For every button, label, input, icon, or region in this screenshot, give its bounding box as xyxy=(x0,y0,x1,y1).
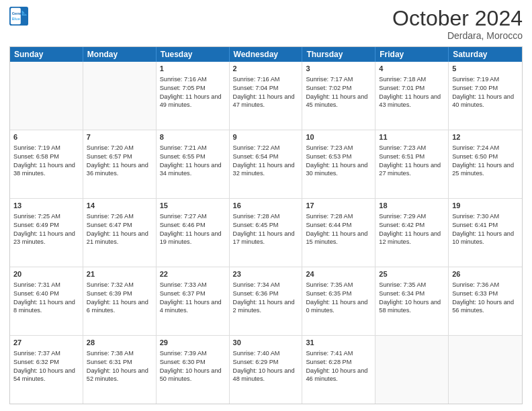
header-day-thursday: Thursday xyxy=(302,47,375,62)
month-title: October 2024 xyxy=(392,7,523,30)
logo-icon: General Blue xyxy=(9,7,28,26)
header-day-sunday: Sunday xyxy=(10,47,83,62)
location: Derdara, Morocco xyxy=(392,30,523,41)
calendar-cell: 26Sunrise: 7:36 AM Sunset: 6:33 PM Dayli… xyxy=(449,267,522,335)
cell-info: Sunrise: 7:19 AM Sunset: 6:58 PM Dayligh… xyxy=(13,144,75,177)
cell-info: Sunrise: 7:35 AM Sunset: 6:35 PM Dayligh… xyxy=(306,281,367,314)
day-number: 29 xyxy=(160,338,226,348)
day-number: 11 xyxy=(379,132,445,142)
calendar-cell: 24Sunrise: 7:35 AM Sunset: 6:35 PM Dayli… xyxy=(302,267,375,335)
day-number: 15 xyxy=(160,201,226,211)
cell-info: Sunrise: 7:24 AM Sunset: 6:50 PM Dayligh… xyxy=(452,144,514,177)
calendar-cell xyxy=(83,62,157,130)
calendar-cell: 10Sunrise: 7:23 AM Sunset: 6:53 PM Dayli… xyxy=(302,130,375,198)
svg-text:General: General xyxy=(12,11,26,15)
calendar-cell: 19Sunrise: 7:30 AM Sunset: 6:41 PM Dayli… xyxy=(449,199,522,267)
day-number: 24 xyxy=(306,269,371,279)
cell-info: Sunrise: 7:16 AM Sunset: 7:05 PM Dayligh… xyxy=(160,76,222,108)
calendar-cell xyxy=(10,62,83,130)
day-number: 17 xyxy=(306,201,371,211)
calendar-cell: 1Sunrise: 7:16 AM Sunset: 7:05 PM Daylig… xyxy=(157,62,230,130)
day-number: 7 xyxy=(87,132,152,142)
cell-info: Sunrise: 7:17 AM Sunset: 7:02 PM Dayligh… xyxy=(306,76,367,108)
day-number: 12 xyxy=(452,132,519,142)
calendar-cell: 31Sunrise: 7:41 AM Sunset: 6:28 PM Dayli… xyxy=(302,336,375,404)
calendar-cell: 22Sunrise: 7:33 AM Sunset: 6:37 PM Dayli… xyxy=(157,267,230,335)
calendar-cell xyxy=(375,336,449,404)
cell-info: Sunrise: 7:34 AM Sunset: 6:36 PM Dayligh… xyxy=(233,281,295,314)
cell-info: Sunrise: 7:26 AM Sunset: 6:47 PM Dayligh… xyxy=(87,213,148,245)
calendar-cell xyxy=(449,336,522,404)
calendar-cell: 23Sunrise: 7:34 AM Sunset: 6:36 PM Dayli… xyxy=(230,267,303,335)
day-number: 25 xyxy=(379,269,445,279)
calendar-cell: 17Sunrise: 7:28 AM Sunset: 6:44 PM Dayli… xyxy=(302,199,375,267)
day-number: 26 xyxy=(452,269,519,279)
day-number: 8 xyxy=(160,132,226,142)
day-number: 31 xyxy=(306,338,371,348)
cell-info: Sunrise: 7:29 AM Sunset: 6:42 PM Dayligh… xyxy=(379,213,441,245)
cell-info: Sunrise: 7:39 AM Sunset: 6:30 PM Dayligh… xyxy=(160,350,222,382)
day-number: 28 xyxy=(87,338,152,348)
cell-info: Sunrise: 7:37 AM Sunset: 6:32 PM Dayligh… xyxy=(13,350,75,382)
cell-info: Sunrise: 7:38 AM Sunset: 6:31 PM Dayligh… xyxy=(87,350,148,382)
day-number: 23 xyxy=(233,269,299,279)
day-number: 1 xyxy=(160,64,226,74)
cell-info: Sunrise: 7:19 AM Sunset: 7:00 PM Dayligh… xyxy=(452,76,514,108)
day-number: 10 xyxy=(306,132,371,142)
day-number: 9 xyxy=(233,132,299,142)
calendar-cell: 18Sunrise: 7:29 AM Sunset: 6:42 PM Dayli… xyxy=(375,199,449,267)
day-number: 3 xyxy=(306,64,371,74)
day-number: 27 xyxy=(13,338,79,348)
cell-info: Sunrise: 7:20 AM Sunset: 6:57 PM Dayligh… xyxy=(87,144,148,177)
day-number: 22 xyxy=(160,269,226,279)
cell-info: Sunrise: 7:30 AM Sunset: 6:41 PM Dayligh… xyxy=(452,213,514,245)
day-number: 21 xyxy=(87,269,152,279)
cell-info: Sunrise: 7:41 AM Sunset: 6:28 PM Dayligh… xyxy=(306,350,367,382)
header-day-tuesday: Tuesday xyxy=(157,47,230,62)
calendar-cell: 12Sunrise: 7:24 AM Sunset: 6:50 PM Dayli… xyxy=(449,130,522,198)
cell-info: Sunrise: 7:27 AM Sunset: 6:46 PM Dayligh… xyxy=(160,213,222,245)
calendar-cell: 25Sunrise: 7:35 AM Sunset: 6:34 PM Dayli… xyxy=(375,267,449,335)
day-number: 30 xyxy=(233,338,299,348)
calendar-cell: 2Sunrise: 7:16 AM Sunset: 7:04 PM Daylig… xyxy=(230,62,303,130)
page: General Blue October 2024 Derdara, Moroc… xyxy=(0,0,532,411)
cell-info: Sunrise: 7:25 AM Sunset: 6:49 PM Dayligh… xyxy=(13,213,75,245)
day-number: 6 xyxy=(13,132,79,142)
calendar-cell: 20Sunrise: 7:31 AM Sunset: 6:40 PM Dayli… xyxy=(10,267,83,335)
calendar-cell: 27Sunrise: 7:37 AM Sunset: 6:32 PM Dayli… xyxy=(10,336,83,404)
cell-info: Sunrise: 7:40 AM Sunset: 6:29 PM Dayligh… xyxy=(233,350,295,382)
cell-info: Sunrise: 7:21 AM Sunset: 6:55 PM Dayligh… xyxy=(160,144,222,177)
calendar-cell: 13Sunrise: 7:25 AM Sunset: 6:49 PM Dayli… xyxy=(10,199,83,267)
calendar-row-1: 6Sunrise: 7:19 AM Sunset: 6:58 PM Daylig… xyxy=(10,130,522,198)
calendar-cell: 8Sunrise: 7:21 AM Sunset: 6:55 PM Daylig… xyxy=(157,130,230,198)
cell-info: Sunrise: 7:23 AM Sunset: 6:51 PM Dayligh… xyxy=(379,144,441,177)
calendar-cell: 3Sunrise: 7:17 AM Sunset: 7:02 PM Daylig… xyxy=(302,62,375,130)
svg-text:Blue: Blue xyxy=(12,17,20,21)
cell-info: Sunrise: 7:28 AM Sunset: 6:44 PM Dayligh… xyxy=(306,213,367,245)
calendar-body: 1Sunrise: 7:16 AM Sunset: 7:05 PM Daylig… xyxy=(10,62,522,404)
calendar-header: SundayMondayTuesdayWednesdayThursdayFrid… xyxy=(10,47,522,62)
cell-info: Sunrise: 7:35 AM Sunset: 6:34 PM Dayligh… xyxy=(379,281,441,314)
header-day-wednesday: Wednesday xyxy=(230,47,303,62)
calendar-cell: 6Sunrise: 7:19 AM Sunset: 6:58 PM Daylig… xyxy=(10,130,83,198)
calendar-row-2: 13Sunrise: 7:25 AM Sunset: 6:49 PM Dayli… xyxy=(10,198,522,267)
cell-info: Sunrise: 7:18 AM Sunset: 7:01 PM Dayligh… xyxy=(379,76,441,108)
calendar: SundayMondayTuesdayWednesdayThursdayFrid… xyxy=(9,46,523,404)
day-number: 5 xyxy=(452,64,519,74)
calendar-cell: 11Sunrise: 7:23 AM Sunset: 6:51 PM Dayli… xyxy=(375,130,449,198)
calendar-row-3: 20Sunrise: 7:31 AM Sunset: 6:40 PM Dayli… xyxy=(10,267,522,335)
day-number: 18 xyxy=(379,201,445,211)
cell-info: Sunrise: 7:28 AM Sunset: 6:45 PM Dayligh… xyxy=(233,213,295,245)
title-block: October 2024 Derdara, Morocco xyxy=(392,7,523,41)
calendar-cell: 30Sunrise: 7:40 AM Sunset: 6:29 PM Dayli… xyxy=(230,336,303,404)
header-day-friday: Friday xyxy=(375,47,449,62)
calendar-cell: 7Sunrise: 7:20 AM Sunset: 6:57 PM Daylig… xyxy=(83,130,157,198)
day-number: 14 xyxy=(87,201,152,211)
day-number: 19 xyxy=(452,201,519,211)
calendar-cell: 21Sunrise: 7:32 AM Sunset: 6:39 PM Dayli… xyxy=(83,267,157,335)
cell-info: Sunrise: 7:16 AM Sunset: 7:04 PM Dayligh… xyxy=(233,76,295,108)
calendar-cell: 16Sunrise: 7:28 AM Sunset: 6:45 PM Dayli… xyxy=(230,199,303,267)
cell-info: Sunrise: 7:33 AM Sunset: 6:37 PM Dayligh… xyxy=(160,281,222,314)
calendar-row-0: 1Sunrise: 7:16 AM Sunset: 7:05 PM Daylig… xyxy=(10,62,522,130)
calendar-cell: 15Sunrise: 7:27 AM Sunset: 6:46 PM Dayli… xyxy=(157,199,230,267)
